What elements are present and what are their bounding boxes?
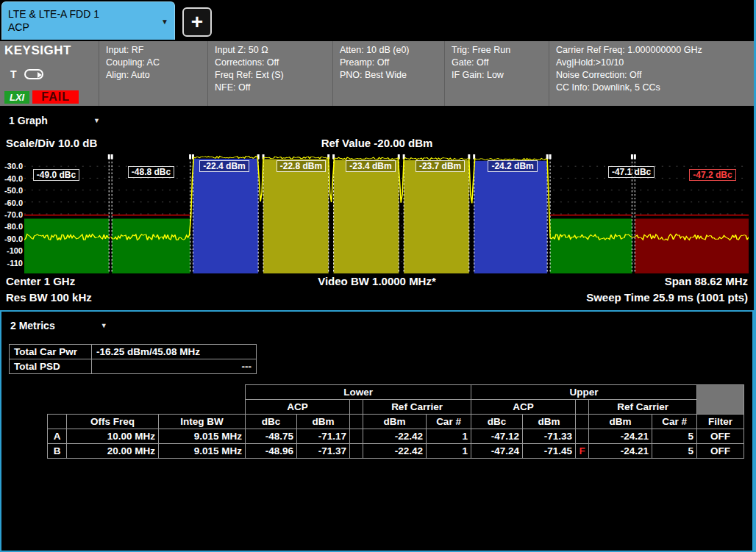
- table-row: Offs Freq Integ BW dBc dBm dBm Car # dBc…: [48, 415, 744, 429]
- col-header: Integ BW: [159, 415, 246, 429]
- table-cell: 5: [652, 429, 697, 444]
- tab-bar: LTE & LTE-A FDD 1 ACP ▼ +: [0, 0, 754, 41]
- y-axis-label: -70.0: [4, 210, 23, 219]
- table-row: Lower Upper: [48, 385, 744, 400]
- table-cell: -48.96: [246, 444, 297, 459]
- trigger-status: T: [4, 68, 94, 80]
- fail-flag-cell: [350, 429, 363, 444]
- ref-value: Ref Value -20.00 dBm: [0, 137, 754, 149]
- table-cell: OFF: [697, 429, 744, 444]
- table-cell: -22.42: [363, 429, 427, 444]
- table-cell: -24.21: [589, 429, 652, 444]
- graph-annotations-2: Res BW 100 kHz Sweep Time 25.9 ms (1001 …: [0, 291, 754, 307]
- span: Span 88.62 MHz: [665, 275, 748, 287]
- totals-table: Total Car Pwr -16.25 dBm/45.08 MHz Total…: [9, 344, 257, 374]
- metrics-window-selector[interactable]: 2 Metrics ▼: [1, 312, 752, 340]
- table-cell: 20.00 MHz: [67, 444, 159, 459]
- chevron-down-icon[interactable]: ▼: [161, 17, 168, 25]
- tab-label: LTE & LTE-A FDD 1 ACP: [8, 8, 99, 34]
- tab-lte-acp[interactable]: LTE & LTE-A FDD 1 ACP ▼: [1, 1, 175, 40]
- table-cell: -71.37: [297, 444, 350, 459]
- analyzer-app: LTE & LTE-A FDD 1 ACP ▼ + KEYSIGHT T LXI…: [0, 0, 756, 552]
- table-row: B 20.00 MHz 9.015 MHz -48.96 -71.37 -22.…: [48, 444, 744, 459]
- y-axis-label: -100: [7, 246, 23, 255]
- col-header: dBm: [589, 415, 652, 429]
- group-header-upper: Upper: [471, 385, 697, 400]
- sub-header-refcar-upper: Ref Carrier: [589, 400, 697, 415]
- sub-header-refcar-lower: Ref Carrier: [363, 400, 471, 415]
- col-header: [48, 415, 67, 429]
- col-header: [576, 415, 589, 429]
- table-cell: -22.42: [363, 444, 427, 459]
- col-header: Offs Freq: [67, 415, 159, 429]
- table-cell: [576, 400, 589, 415]
- row-id: A: [48, 429, 67, 444]
- table-cell: -24.21: [589, 444, 652, 459]
- trigger-letter: T: [10, 68, 17, 80]
- table-cell: -47.12: [471, 429, 523, 444]
- y-axis-label: -80.0: [4, 222, 23, 231]
- total-car-pwr-value: -16.25 dBm/45.08 MHz: [92, 345, 257, 359]
- sub-header-acp-lower: ACP: [246, 400, 350, 415]
- col-header: dBm: [523, 415, 576, 429]
- logo-block: KEYSIGHT T LXI FAIL: [0, 41, 99, 106]
- settings-meas[interactable]: Carrier Ref Freq: 1.000000000 GHz Avg|Ho…: [549, 41, 754, 106]
- sweep-time: Sweep Time 25.9 ms (1001 pts): [586, 291, 748, 304]
- graph-annotations-1: Center 1 GHz Video BW 1.0000 MHz* Span 8…: [0, 275, 754, 291]
- continuous-sweep-icon: [24, 69, 43, 79]
- table-cell: 1: [427, 444, 471, 459]
- badge-row: LXI FAIL: [4, 90, 94, 104]
- table-cell: 9.015 MHz: [159, 444, 246, 459]
- add-tab-button[interactable]: +: [182, 7, 212, 37]
- y-axis-label: -50.0: [4, 186, 23, 195]
- filter-header-spacer: [697, 385, 744, 415]
- table-row: Total Car Pwr -16.25 dBm/45.08 MHz: [10, 345, 257, 359]
- table-cell: 1: [427, 429, 471, 444]
- res-bw: Res BW 100 kHz: [6, 291, 92, 304]
- scale-row: Scale/Div 10.0 dB Ref Value -20.00 dBm: [0, 135, 754, 153]
- chevron-down-icon: ▼: [101, 322, 107, 329]
- graph-area: -30.0-40.0-50.0-60.0-70.0-80.0-90.0-100-…: [0, 153, 754, 275]
- table-cell: 10.00 MHz: [67, 429, 159, 444]
- table-row: A 10.00 MHz 9.015 MHz -48.75 -71.17 -22.…: [48, 429, 744, 444]
- settings-input-z[interactable]: Input Z: 50 Ω Corrections: Off Freq Ref:…: [207, 41, 332, 106]
- chevron-down-icon: ▼: [93, 117, 100, 124]
- metrics-window: 2 Metrics ▼ Total Car Pwr -16.25 dBm/45.…: [0, 310, 754, 552]
- col-header: [350, 415, 363, 429]
- table-cell: 9.015 MHz: [159, 429, 246, 444]
- sub-header-acp-upper: ACP: [471, 400, 576, 415]
- keysight-logo: KEYSIGHT: [4, 43, 94, 58]
- total-psd-value: ---: [92, 359, 257, 374]
- col-header: Car #: [427, 415, 471, 429]
- lxi-badge: LXI: [4, 91, 29, 104]
- group-header-lower: Lower: [246, 385, 471, 400]
- col-header: dBc: [471, 415, 523, 429]
- total-psd-label: Total PSD: [10, 359, 92, 374]
- fail-flag-cell: [350, 444, 363, 459]
- status-header: KEYSIGHT T LXI FAIL Input: RF Coupling: …: [0, 41, 754, 106]
- y-axis-label: -40.0: [4, 174, 23, 183]
- col-header: Filter: [697, 415, 744, 429]
- graph-window-selector[interactable]: 1 Graph ▼: [0, 106, 754, 135]
- fail-flag-cell: [576, 429, 589, 444]
- table-cell: [350, 400, 363, 415]
- acp-results-table: Lower Upper ACP Ref Carrier ACP Ref Carr…: [47, 384, 744, 459]
- col-header: dBc: [246, 415, 297, 429]
- table-cell: 5: [652, 444, 697, 459]
- y-axis-label: -90.0: [4, 234, 23, 243]
- y-axis-label: -60.0: [4, 198, 23, 207]
- spectrum-plot[interactable]: -49.0 dBc-48.8 dBc-22.4 dBm-22.8 dBm-23.…: [24, 154, 749, 275]
- y-axis-label: -110: [7, 259, 23, 268]
- table-cell: -71.33: [523, 429, 576, 444]
- settings-trigger[interactable]: Trig: Free Run Gate: Off IF Gain: Low: [444, 41, 549, 106]
- video-bw: Video BW 1.0000 MHz*: [0, 275, 754, 287]
- col-header: Car #: [652, 415, 697, 429]
- col-header: dBm: [363, 415, 427, 429]
- table-row: Total PSD ---: [10, 359, 257, 374]
- table-cell: -47.24: [471, 444, 523, 459]
- settings-input[interactable]: Input: RF Coupling: AC Align: Auto: [99, 41, 207, 106]
- table-cell: -71.45: [523, 444, 576, 459]
- settings-atten[interactable]: Atten: 10 dB (e0) Preamp: Off PNO: Best …: [332, 41, 444, 106]
- total-car-pwr-label: Total Car Pwr: [10, 345, 92, 359]
- col-header: dBm: [297, 415, 350, 429]
